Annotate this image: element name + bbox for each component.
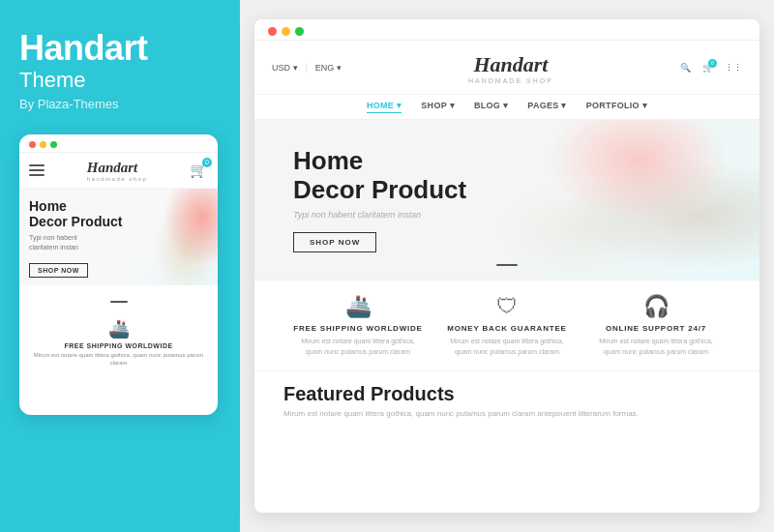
desktop-features: 🚢 FREE SHIPPING WORLDWIDE Mirum est nota… xyxy=(254,280,759,371)
featured-title: Featured Products xyxy=(283,383,730,405)
nav-shop[interactable]: SHOP ▾ xyxy=(421,101,455,113)
grid-icon[interactable]: ⋮⋮ xyxy=(725,63,742,73)
shipping-icon: 🚢 xyxy=(345,294,372,319)
desktop-main-nav: HOME ▾ SHOP ▾ BLOG ▾ PAGES ▾ PORTFOLIO ▾ xyxy=(254,95,759,120)
mobile-mockup: Handart handmade shop 🛒 0 HomeDecor Prod… xyxy=(19,134,218,415)
mobile-cart-icon[interactable]: 🛒 0 xyxy=(190,162,208,179)
support-icon: 🎧 xyxy=(643,294,670,319)
guarantee-title: MONEY BACK GUARANTEE xyxy=(447,324,566,333)
hamburger-line xyxy=(29,169,45,171)
right-panel: USD ▾ | ENG ▾ Handart handmade shop 🔍 🛒 … xyxy=(240,0,774,532)
hero-slider-indicator xyxy=(496,252,518,270)
cart-badge: 0 xyxy=(202,158,212,167)
nav-divider: | xyxy=(306,63,308,73)
desktop-top-bar xyxy=(254,19,759,41)
dot-yellow xyxy=(40,141,46,148)
desktop-hero-title: HomeDecor Product xyxy=(293,147,466,205)
mobile-hero-title: HomeDecor Product xyxy=(29,198,208,231)
feature-guarantee: 🛡 MONEY BACK GUARANTEE Mirum est notare … xyxy=(432,294,581,357)
desktop-hero-content: HomeDecor Product Typi non habent clarit… xyxy=(293,147,466,252)
nav-pages[interactable]: PAGES ▾ xyxy=(527,101,566,113)
brand-subtitle: Theme xyxy=(19,68,221,93)
mobile-feature-title: FREE SHIPPING WORLDWIDE xyxy=(64,342,172,349)
hero-slide-line xyxy=(496,264,518,267)
language-selector[interactable]: ENG ▾ xyxy=(315,63,342,73)
brand-title: Handart xyxy=(19,29,221,68)
desktop-nav-top: USD ▾ | ENG ▾ Handart handmade shop 🔍 🛒 … xyxy=(254,41,759,95)
left-panel: Handart Theme By Plaza-Themes Handart ha… xyxy=(0,0,240,532)
feature-shipping: 🚢 FREE SHIPPING WORLDWIDE Mirum est nota… xyxy=(283,294,432,357)
desktop-window-dots xyxy=(268,27,304,36)
feature-support: 🎧 ONLINE SUPPORT 24/7 Mirum est notare q… xyxy=(581,294,730,357)
mobile-hero-desc: Typi non habentclaritatem instan xyxy=(29,233,208,252)
dot-green xyxy=(50,141,57,148)
desktop-shop-now-button[interactable]: SHOP NOW xyxy=(293,232,376,252)
dot-red xyxy=(29,141,36,148)
desktop-dot-yellow xyxy=(282,27,290,36)
mobile-features: 🚢 FREE SHIPPING WORLDWIDE Mirum est nota… xyxy=(19,310,218,381)
desktop-dot-red xyxy=(268,27,277,36)
desktop-dot-green xyxy=(295,27,304,36)
shipping-icon: 🚢 xyxy=(108,318,130,340)
mobile-hero: HomeDecor Product Typi non habentclarita… xyxy=(19,189,218,285)
nav-home[interactable]: HOME ▾ xyxy=(367,101,402,113)
hamburger-line xyxy=(29,164,45,166)
guarantee-desc: Mirum est notare quam littera gothica, q… xyxy=(444,337,570,357)
featured-desc: Mirum est notare quam littera gothica, q… xyxy=(283,409,730,418)
hamburger-menu[interactable] xyxy=(29,164,45,176)
desktop-hero: HomeDecor Product Typi non habent clarit… xyxy=(254,120,759,280)
nav-blog[interactable]: BLOG ▾ xyxy=(474,101,508,113)
desktop-hero-desc: Typi non habent claritatem instan xyxy=(293,210,466,220)
nav-top-right: 🔍 🛒 0 ⋮⋮ xyxy=(680,63,742,73)
desktop-logo-tagline: handmade shop xyxy=(468,77,553,84)
desktop-logo-area: Handart handmade shop xyxy=(468,46,553,88)
desktop-logo: Handart xyxy=(468,52,553,77)
mobile-slider-indicator xyxy=(19,289,218,307)
currency-selector[interactable]: USD ▾ xyxy=(272,63,298,73)
mobile-top-bar xyxy=(19,134,218,153)
cart-icon[interactable]: 🛒 0 xyxy=(702,63,713,73)
cart-count: 0 xyxy=(708,59,717,68)
brand-by: By Plaza-Themes xyxy=(19,97,221,111)
support-title: ONLINE SUPPORT 24/7 xyxy=(606,324,706,333)
guarantee-icon: 🛡 xyxy=(496,294,518,319)
shipping-desc: Mirum est notare quam littera gothica, q… xyxy=(295,337,421,357)
slider-line xyxy=(110,301,128,303)
mobile-hero-content: HomeDecor Product Typi non habentclarita… xyxy=(29,198,208,278)
support-desc: Mirum est notare quam littera gothica, q… xyxy=(593,337,719,357)
nav-top-left: USD ▾ | ENG ▾ xyxy=(272,63,342,73)
mobile-feature-shipping: 🚢 FREE SHIPPING WORLDWIDE Mirum est nota… xyxy=(29,318,208,368)
hamburger-line xyxy=(29,174,45,176)
mobile-logo: Handart handmade shop xyxy=(87,159,148,182)
mobile-feature-desc: Mirum est notare quam littera gothica, q… xyxy=(29,351,208,368)
shipping-title: FREE SHIPPING WORLDWIDE xyxy=(293,324,423,333)
mobile-shop-now-button[interactable]: SHOP NOW xyxy=(29,263,88,278)
desktop-featured-products: Featured Products Mirum est notare quam … xyxy=(254,371,759,418)
mobile-window-dots xyxy=(29,141,57,148)
search-icon[interactable]: 🔍 xyxy=(680,63,691,73)
mobile-header: Handart handmade shop 🛒 0 xyxy=(19,153,218,189)
nav-portfolio[interactable]: PORTFOLIO ▾ xyxy=(586,101,647,113)
desktop-mockup: USD ▾ | ENG ▾ Handart handmade shop 🔍 🛒 … xyxy=(254,19,759,513)
